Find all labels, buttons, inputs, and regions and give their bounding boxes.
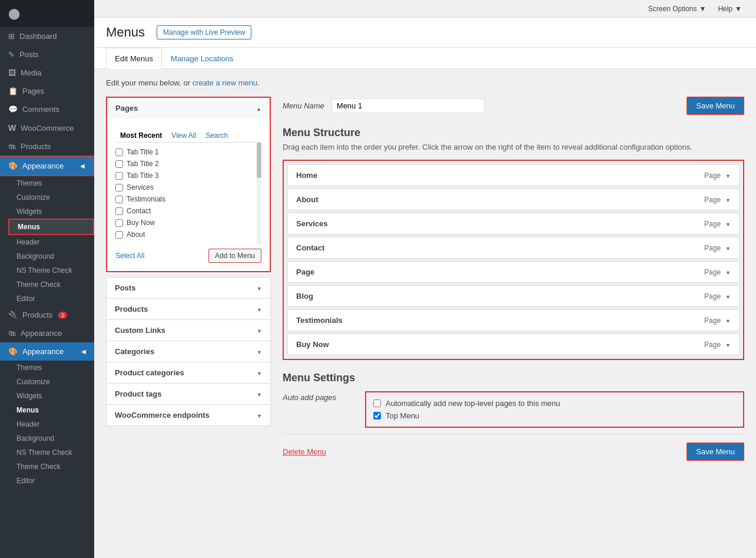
page-checkbox-testimonials[interactable] bbox=[115, 196, 123, 203]
page-checkbox-tabtitle2[interactable] bbox=[115, 160, 123, 168]
add-to-menu-button[interactable]: Add to Menu bbox=[208, 249, 261, 263]
sidebar-item-pages[interactable]: 📋 Pages bbox=[0, 82, 94, 100]
menu-item-home-right: Page bbox=[704, 171, 731, 180]
sidebar-sub-theme-check-1[interactable]: Theme Check bbox=[8, 278, 94, 292]
page-checkbox-tabtitle1[interactable] bbox=[115, 148, 123, 156]
menu-item-about-name: About bbox=[296, 195, 319, 204]
pages-footer: Select All Add to Menu bbox=[115, 244, 261, 265]
menu-item-home[interactable]: Home Page bbox=[287, 164, 740, 186]
sidebar-sub-editor-2[interactable]: Editor bbox=[8, 474, 94, 488]
sidebar-sub-ns-theme-check-1[interactable]: NS Theme Check bbox=[8, 263, 94, 278]
page-label-about: About bbox=[127, 230, 145, 239]
pages-tab-view-all[interactable]: View All bbox=[167, 129, 201, 142]
menu-item-services-chevron[interactable] bbox=[725, 220, 731, 228]
pages-accordion-header[interactable]: Pages bbox=[107, 98, 270, 118]
intro-paragraph: Edit your menu below, or create a new me… bbox=[106, 78, 744, 87]
sidebar-sub-theme-check-2[interactable]: Theme Check bbox=[8, 460, 94, 474]
display-location-checkbox[interactable] bbox=[373, 412, 381, 420]
sidebar-sub-menus-2[interactable]: Menus bbox=[8, 403, 94, 417]
select-all-link[interactable]: Select All bbox=[115, 252, 144, 260]
manage-live-preview-button[interactable]: Manage with Live Preview bbox=[157, 25, 251, 39]
screen-options-button[interactable]: Screen Options ▼ bbox=[642, 2, 712, 15]
menu-name-input[interactable] bbox=[331, 98, 485, 113]
page-checkbox-buynow[interactable] bbox=[115, 219, 123, 227]
sidebar-item-appearance-1[interactable]: 🎨 Appearance ◀ bbox=[0, 156, 94, 176]
sidebar-sub-widgets[interactable]: Widgets bbox=[8, 204, 94, 219]
sidebar-sub-header-2[interactable]: Header bbox=[8, 417, 94, 431]
sidebar-item-appearance-2[interactable]: 🎨 Appearance ◀ bbox=[0, 342, 94, 361]
sidebar-item-woocommerce[interactable]: W WooCommerce bbox=[0, 118, 94, 137]
products-accordion-header[interactable]: Products bbox=[107, 299, 270, 319]
delete-menu-link[interactable]: Delete Menu bbox=[283, 447, 326, 456]
custom-links-accordion-header[interactable]: Custom Links bbox=[107, 320, 270, 341]
page-checkbox-services[interactable] bbox=[115, 184, 123, 191]
create-new-menu-link[interactable]: create a new menu bbox=[193, 78, 258, 87]
page-checkbox-tabtitle3[interactable] bbox=[115, 172, 123, 180]
sidebar-item-products-bottom[interactable]: 🛍 Appearance bbox=[0, 324, 94, 342]
menu-item-page[interactable]: Page Page bbox=[287, 261, 740, 283]
sidebar-sub-customize-2[interactable]: Customize bbox=[8, 375, 94, 389]
posts-accordion-header[interactable]: Posts bbox=[107, 278, 270, 298]
page-checkbox-contact[interactable] bbox=[115, 207, 123, 215]
menu-item-home-chevron[interactable] bbox=[725, 171, 731, 180]
menu-item-testimonials[interactable]: Testimonials Page bbox=[287, 309, 740, 331]
menu-item-about-chevron[interactable] bbox=[725, 196, 731, 204]
product-tags-accordion-header[interactable]: Product tags bbox=[107, 384, 270, 404]
auto-add-pages-options: Automatically add new top-level pages to… bbox=[365, 391, 744, 428]
tab-manage-locations[interactable]: Manage Locations bbox=[162, 48, 242, 69]
menu-item-page-left: Page bbox=[296, 268, 314, 276]
menu-item-blog-chevron[interactable] bbox=[725, 292, 731, 301]
sidebar-sub-editor-1[interactable]: Editor bbox=[8, 292, 94, 306]
categories-accordion-header[interactable]: Categories bbox=[107, 341, 270, 362]
menu-structure-desc: Drag each item into the order you prefer… bbox=[283, 143, 744, 151]
product-categories-accordion-header[interactable]: Product categories bbox=[107, 362, 270, 383]
menu-footer: Delete Menu Save Menu bbox=[283, 434, 744, 461]
sidebar-item-posts[interactable]: ✎ Posts bbox=[0, 45, 94, 64]
content-area: Edit your menu below, or create a new me… bbox=[94, 69, 756, 558]
sidebar-sub-ns-theme-check-2[interactable]: NS Theme Check bbox=[8, 445, 94, 460]
menu-item-contact[interactable]: Contact Page bbox=[287, 237, 740, 259]
products-bottom-icon: 🛍 bbox=[8, 329, 16, 338]
menu-item-home-left: Home bbox=[296, 171, 317, 180]
help-button[interactable]: Help ▼ bbox=[712, 2, 748, 15]
menu-item-services[interactable]: Services Page bbox=[287, 213, 740, 235]
menu-item-blog[interactable]: Blog Page bbox=[287, 285, 740, 307]
sidebar-appearance-1-submenu: Themes Customize Widgets Menus Header Ba… bbox=[0, 176, 94, 306]
pages-tab-search[interactable]: Search bbox=[201, 129, 233, 142]
tab-edit-menus[interactable]: Edit Menus bbox=[106, 48, 162, 69]
save-menu-button-top[interactable]: Save Menu bbox=[687, 97, 744, 115]
auto-add-pages-checkbox[interactable] bbox=[373, 399, 381, 407]
sidebar-sub-themes[interactable]: Themes bbox=[8, 176, 94, 190]
sidebar-item-comments[interactable]: 💬 Comments bbox=[0, 100, 94, 118]
sidebar-sub-background-1[interactable]: Background bbox=[8, 249, 94, 263]
sidebar-item-media[interactable]: 🖼 Media bbox=[0, 64, 94, 82]
sidebar-item-dashboard[interactable]: ⊞ Dashboard bbox=[0, 27, 94, 45]
pages-tab-most-recent[interactable]: Most Recent bbox=[115, 129, 167, 142]
menu-item-buynow[interactable]: Buy Now Page bbox=[287, 334, 740, 355]
menu-item-buynow-chevron[interactable] bbox=[725, 341, 731, 349]
auto-add-pages-label: Auto add pages bbox=[283, 391, 365, 402]
menu-item-page-chevron[interactable] bbox=[725, 268, 731, 276]
woocommerce-endpoints-accordion-header[interactable]: WooCommerce endpoints bbox=[107, 405, 270, 425]
menu-item-about[interactable]: About Page bbox=[287, 189, 740, 210]
menu-item-contact-chevron[interactable] bbox=[725, 244, 731, 252]
menu-item-contact-right: Page bbox=[704, 244, 731, 252]
sidebar-sub-widgets-2[interactable]: Widgets bbox=[8, 389, 94, 403]
pages-icon: 📋 bbox=[8, 87, 18, 95]
save-menu-button-bottom[interactable]: Save Menu bbox=[687, 443, 744, 461]
sidebar-sub-customize[interactable]: Customize bbox=[8, 190, 94, 204]
sidebar-item-plugins[interactable]: 🔌 Products 2 bbox=[0, 306, 94, 324]
page-item-contact: Contact bbox=[115, 205, 261, 217]
sidebar-sub-themes-2[interactable]: Themes bbox=[8, 361, 94, 375]
sidebar-sub-header[interactable]: Header bbox=[8, 235, 94, 249]
menu-item-testimonials-chevron[interactable] bbox=[725, 316, 731, 325]
menu-item-blog-right: Page bbox=[704, 292, 731, 301]
sidebar-sub-menus-1[interactable]: Menus bbox=[8, 219, 94, 235]
sidebar-item-label: Products bbox=[21, 142, 51, 151]
sidebar-item-label: Pages bbox=[22, 87, 44, 95]
sidebar-item-label: Appearance bbox=[22, 347, 64, 356]
page-checkbox-about[interactable] bbox=[115, 231, 123, 239]
sidebar-sub-background-2[interactable]: Background bbox=[8, 431, 94, 445]
sidebar-item-products-top[interactable]: 🛍 Products bbox=[0, 137, 94, 156]
list-scrollbar[interactable] bbox=[257, 143, 261, 244]
